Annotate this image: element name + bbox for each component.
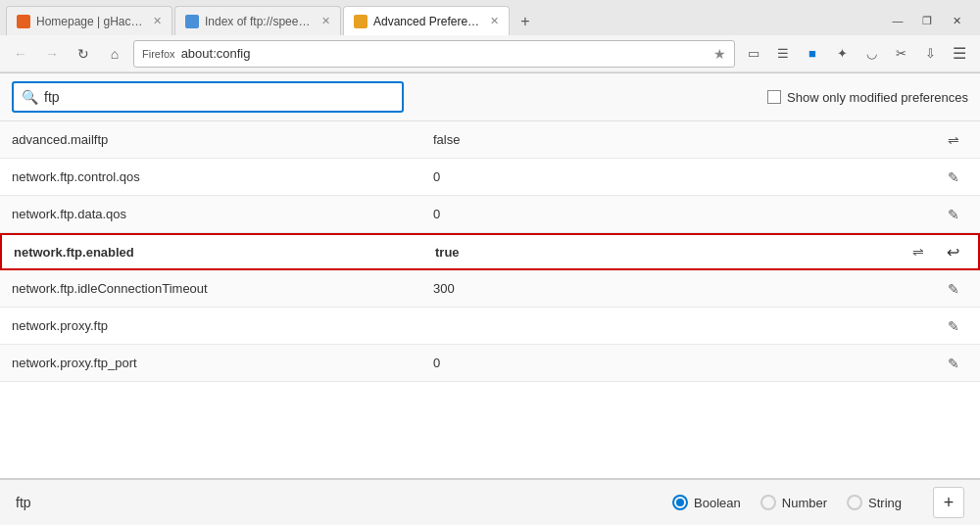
table-row: network.proxy.ftp_port0✎	[0, 345, 980, 382]
new-tab-button[interactable]: +	[512, 8, 539, 35]
close-button[interactable]: ✕	[943, 10, 970, 31]
tab-favicon-ftp	[185, 15, 199, 28]
pocket-icon[interactable]: ✦	[829, 41, 855, 67]
pref-value: 0	[433, 356, 939, 370]
tab-favicon-prefs	[354, 15, 368, 28]
tab-advanced-prefs[interactable]: Advanced Preferences ✕	[343, 6, 510, 35]
menu-button[interactable]: ☰	[947, 41, 972, 67]
radio-circle-boolean	[672, 495, 688, 510]
tab-ftp[interactable]: Index of ftp://speedtest.tele2.n... ✕	[174, 6, 341, 35]
content-area: 🔍 Show only modified preferences advance…	[0, 73, 980, 525]
pref-value: 0	[433, 207, 939, 221]
pref-value: 300	[433, 281, 939, 296]
pref-actions: ⇌↩	[904, 239, 966, 264]
radio-option-string[interactable]: String	[847, 495, 902, 510]
radio-option-boolean[interactable]: Boolean	[672, 495, 741, 510]
toolbar-icons: ▭ ☰ ■ ✦ ◡ ✂ ⇩ ☰	[741, 41, 972, 67]
new-pref-name: ftp	[16, 495, 74, 510]
maximize-button[interactable]: ❐	[913, 10, 941, 31]
radio-circle-number	[760, 495, 776, 510]
tab-label-ftp: Index of ftp://speedtest.tele2.n...	[205, 15, 316, 28]
pref-name: network.ftp.idleConnectionTimeout	[12, 281, 433, 296]
radio-label-number: Number	[782, 496, 827, 510]
reset-button[interactable]: ↩	[939, 239, 966, 264]
search-wrapper: 🔍	[12, 81, 404, 113]
home-button[interactable]: ⌂	[102, 41, 127, 67]
pref-actions: ✎	[939, 165, 968, 190]
tab-close-ghacks[interactable]: ✕	[153, 15, 162, 27]
table-row: network.ftp.idleConnectionTimeout300✎	[0, 270, 980, 308]
pref-actions: ✎	[939, 202, 968, 227]
tab-favicon-ghacks	[17, 15, 30, 28]
pref-name: network.proxy.ftp	[12, 318, 433, 333]
address-bar: Firefox ★	[133, 40, 735, 68]
bottom-bar: ftp BooleanNumberString +	[0, 478, 980, 525]
show-modified-row: Show only modified preferences	[767, 90, 968, 105]
table-row: network.ftp.control.qos0✎	[0, 159, 980, 196]
radio-label-boolean: Boolean	[694, 496, 741, 510]
reload-button[interactable]: ↻	[71, 41, 96, 67]
search-icon: 🔍	[22, 89, 38, 105]
add-pref-button[interactable]: +	[933, 487, 964, 518]
tab-bar: Homepage | gHacks Technolog... ✕ Index o…	[0, 0, 980, 35]
pref-actions: ✎	[939, 351, 968, 376]
pref-name: network.proxy.ftp_port	[12, 356, 433, 370]
toggle-button[interactable]: ⇌	[904, 239, 933, 264]
toggle-button[interactable]: ⇌	[939, 127, 968, 153]
pref-name: advanced.mailftp	[12, 132, 433, 147]
pref-table: advanced.mailftpfalse⇌network.ftp.contro…	[0, 121, 980, 478]
table-row: network.proxy.ftp✎	[0, 308, 980, 345]
pref-actions: ✎	[939, 313, 968, 339]
tab-label-ghacks: Homepage | gHacks Technolog...	[36, 15, 147, 28]
pref-value: 0	[433, 169, 939, 184]
show-modified-checkbox[interactable]	[767, 90, 781, 104]
pref-actions: ✎	[939, 276, 968, 302]
table-row: advanced.mailftpfalse⇌	[0, 121, 980, 159]
radio-label-string: String	[868, 496, 902, 510]
browser-chrome: Homepage | gHacks Technolog... ✕ Index o…	[0, 0, 980, 73]
type-radio-group: BooleanNumberString	[672, 495, 902, 510]
tab-ghacks[interactable]: Homepage | gHacks Technolog... ✕	[6, 6, 172, 35]
open-links-icon[interactable]: ◡	[858, 41, 884, 67]
table-row: network.ftp.data.qos0✎	[0, 196, 980, 233]
edit-button[interactable]: ✎	[939, 313, 968, 339]
edit-button[interactable]: ✎	[939, 165, 968, 190]
downloads-icon[interactable]: ⇩	[917, 41, 943, 67]
tab-label-prefs: Advanced Preferences	[373, 15, 484, 28]
firefox-label: Firefox	[142, 48, 175, 60]
screenshots-icon[interactable]: ✂	[888, 41, 913, 67]
synced-tabs-icon[interactable]: ■	[800, 41, 825, 67]
pref-name: network.ftp.control.qos	[12, 169, 433, 184]
pref-actions: ⇌	[939, 127, 968, 153]
tab-close-ftp[interactable]: ✕	[321, 15, 330, 27]
address-input[interactable]	[181, 46, 708, 61]
radio-circle-string	[847, 495, 862, 510]
edit-button[interactable]: ✎	[939, 202, 968, 227]
library-icon[interactable]: ▭	[741, 41, 766, 67]
nav-bar: ← → ↻ ⌂ Firefox ★ ▭ ☰ ■ ✦ ◡ ✂ ⇩ ☰	[0, 35, 980, 72]
back-button[interactable]: ←	[8, 41, 33, 67]
search-input[interactable]	[44, 89, 394, 105]
minimize-button[interactable]: —	[884, 10, 911, 31]
bookmark-star[interactable]: ★	[713, 46, 726, 62]
edit-button[interactable]: ✎	[939, 276, 968, 302]
forward-button[interactable]: →	[39, 41, 65, 67]
pref-name: network.ftp.enabled	[14, 245, 435, 260]
pref-name: network.ftp.data.qos	[12, 207, 433, 221]
pref-value: false	[433, 132, 939, 147]
tab-close-prefs[interactable]: ✕	[490, 15, 499, 27]
pref-value: true	[435, 245, 904, 260]
table-row: network.ftp.enabledtrue⇌↩	[0, 233, 980, 270]
show-modified-label: Show only modified preferences	[787, 90, 968, 105]
window-controls: — ❐ ✕	[884, 10, 974, 35]
edit-button[interactable]: ✎	[939, 351, 968, 376]
radio-option-number[interactable]: Number	[760, 495, 827, 510]
reader-view-icon[interactable]: ☰	[770, 41, 796, 67]
search-bar-row: 🔍 Show only modified preferences	[0, 73, 980, 121]
